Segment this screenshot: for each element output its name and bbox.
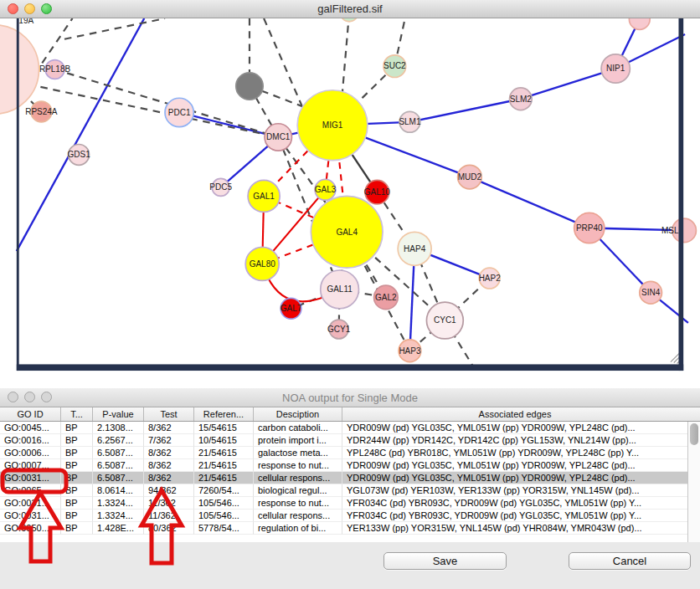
network-edge[interactable]: [42, 18, 72, 63]
table-row[interactable]: GO:0045...BP2.1308...8/36215/54615carbon…: [0, 422, 687, 434]
scrollbar-thumb[interactable]: [690, 423, 698, 445]
table-cell[interactable]: 2.1308...: [93, 422, 144, 434]
column-header-p-value[interactable]: P-value: [93, 407, 144, 421]
table-row[interactable]: GO:0031...BP1.3324...11/362105/546...res…: [0, 497, 687, 510]
table-cell[interactable]: 21/54615: [194, 459, 254, 472]
table-cell[interactable]: galactose meta...: [254, 447, 342, 459]
column-header-desciption[interactable]: Desciption: [254, 407, 342, 421]
column-header-referen-[interactable]: Referen...: [194, 407, 254, 421]
table-cell[interactable]: BP: [61, 447, 93, 459]
table-cell[interactable]: YDR009W (pd) YGL035C, YML051W (pp) YDR00…: [342, 459, 687, 472]
table-cell[interactable]: 5778/54...: [194, 522, 254, 535]
table-cell[interactable]: GO:0065...: [0, 484, 61, 497]
table-cell[interactable]: BP: [61, 459, 93, 472]
table-cell[interactable]: BP: [61, 484, 93, 497]
table-row[interactable]: GO:0016...BP6.2567...7/36210/54615protei…: [0, 434, 687, 447]
network-node-big-left[interactable]: [0, 25, 39, 115]
table-cell[interactable]: GO:0045...: [0, 422, 61, 434]
table-cell[interactable]: YPL248C (pd) YBR018C, YML051W (pp) YDR00…: [342, 447, 687, 459]
table-cell[interactable]: 8/362: [144, 472, 194, 484]
table-cell[interactable]: BP: [61, 522, 93, 535]
network-edge[interactable]: [470, 177, 589, 228]
network-node-unnamed-gray[interactable]: [236, 73, 263, 100]
table-cell[interactable]: BP: [61, 510, 93, 522]
table-cell[interactable]: 11/362: [144, 497, 194, 510]
node-label-prp40: PRP40: [576, 223, 603, 233]
table-cell[interactable]: 94/362: [144, 484, 194, 497]
table-cell[interactable]: 8/362: [144, 459, 194, 472]
column-header-go-id[interactable]: GO ID: [0, 407, 61, 421]
button-bar: Save Cancel: [0, 542, 700, 589]
table-cell[interactable]: 7260/54...: [194, 484, 254, 497]
table-cell[interactable]: 6.2567...: [93, 434, 144, 447]
table-cell[interactable]: 1.3324...: [93, 510, 144, 522]
table-cell[interactable]: 10/54615: [194, 434, 254, 447]
vertical-scrollbar[interactable]: [687, 422, 700, 542]
table-row[interactable]: GO:0006...BP6.5087...8/36221/54615galact…: [0, 447, 687, 459]
table-cell[interactable]: biological regul...: [254, 484, 342, 497]
table-cell[interactable]: 1.428E...: [93, 522, 144, 535]
network-window-titlebar[interactable]: galFiltered.sif: [0, 0, 700, 18]
table-cell[interactable]: GO:0007...: [0, 459, 61, 472]
cancel-button[interactable]: Cancel: [569, 552, 691, 570]
network-node-cut-green-top[interactable]: [341, 18, 358, 22]
table-cell[interactable]: YFR034C (pd) YBR093C, YDR009W (pd) YGL03…: [342, 510, 687, 522]
node-label-gal3: GAL3: [315, 185, 337, 194]
table-cell[interactable]: protein import i...: [254, 434, 342, 447]
table-cell[interactable]: cellular respons...: [254, 510, 342, 522]
table-cell[interactable]: GO:0050...: [0, 522, 61, 535]
network-edge[interactable]: [64, 18, 165, 39]
column-header-associated-edges[interactable]: Associated edges: [342, 407, 687, 421]
table-cell[interactable]: 7/362: [144, 434, 194, 447]
table-cell[interactable]: 8.0614...: [93, 484, 144, 497]
table-cell[interactable]: YGL073W (pd) YER103W, YER133W (pp) YOR31…: [342, 484, 687, 497]
table-cell[interactable]: 8/362: [144, 422, 194, 434]
table-cell[interactable]: 6.5087...: [93, 459, 144, 472]
table-cell[interactable]: YDR244W (pp) YDR142C, YDR142C (pp) YGL15…: [342, 434, 687, 447]
network-edge[interactable]: [342, 18, 349, 96]
table-cell[interactable]: 21/54615: [194, 447, 254, 459]
column-header-test[interactable]: Test: [144, 407, 194, 421]
table-cell[interactable]: YER133W (pp) YOR315W, YNL145W (pd) YHR08…: [342, 522, 687, 535]
table-cell[interactable]: 8/362: [144, 447, 194, 459]
network-node-cut-pink-top[interactable]: [629, 18, 650, 29]
table-cell[interactable]: 105/546...: [194, 497, 254, 510]
table-row[interactable]: GO:0050...BP1.428E...80/3625778/54...reg…: [0, 522, 687, 535]
table-cell[interactable]: 15/54615: [194, 422, 254, 434]
table-cell[interactable]: 6.5087...: [93, 447, 144, 459]
table-row[interactable]: GO:0031...BP6.5087...8/36221/54615cellul…: [0, 472, 687, 484]
table-cell[interactable]: 80/362: [144, 522, 194, 535]
table-cell[interactable]: 6.5087...: [93, 472, 144, 484]
table-row[interactable]: GO:0065...BP8.0614...94/3627260/54...bio…: [0, 484, 687, 497]
node-label-rps24a: RPS24A: [25, 107, 58, 116]
table-cell[interactable]: BP: [61, 472, 93, 484]
table-cell[interactable]: BP: [61, 497, 93, 510]
table-cell[interactable]: YDR009W (pd) YGL035C, YML051W (pp) YDR00…: [342, 472, 687, 484]
table-cell[interactable]: YDR009W (pd) YGL035C, YML051W (pp) YDR00…: [342, 422, 687, 434]
table-cell[interactable]: 21/54615: [194, 472, 254, 484]
column-header-t-[interactable]: T...: [61, 407, 93, 421]
table-cell[interactable]: GO:0006...: [0, 447, 61, 459]
table-cell[interactable]: GO:0031...: [0, 510, 61, 522]
table-row[interactable]: GO:0031...BP1.3324...11/362105/546...cel…: [0, 510, 687, 522]
results-table[interactable]: GO:0045...BP2.1308...8/36215/54615carbon…: [0, 422, 687, 542]
table-cell[interactable]: regulation of bi...: [254, 522, 342, 535]
table-cell[interactable]: response to nut...: [254, 497, 342, 510]
save-button[interactable]: Save: [383, 552, 507, 570]
table-cell[interactable]: BP: [61, 434, 93, 447]
table-cell[interactable]: 105/546...: [194, 510, 254, 522]
network-edge[interactable]: [409, 99, 520, 122]
table-cell[interactable]: 1.3324...: [93, 497, 144, 510]
table-cell[interactable]: response to nut...: [254, 459, 342, 472]
table-cell[interactable]: carbon cataboli...: [254, 422, 342, 434]
noa-window-titlebar[interactable]: NOA output for Single Mode: [0, 388, 700, 407]
table-row[interactable]: GO:0007...BP6.5087...8/36221/54615respon…: [0, 459, 687, 472]
table-cell[interactable]: YFR034C (pd) YBR093C, YDR009W (pd) YGL03…: [342, 497, 687, 510]
network-canvas[interactable]: 19ARPL18BRPS24AGDS1PDC1DMC1MIG1SUC2SLM1S…: [0, 18, 700, 388]
table-cell[interactable]: 11/362: [144, 510, 194, 522]
table-cell[interactable]: BP: [61, 422, 93, 434]
table-cell[interactable]: GO:0031...: [0, 472, 61, 484]
table-cell[interactable]: cellular respons...: [254, 472, 342, 484]
table-cell[interactable]: GO:0016...: [0, 434, 61, 447]
table-cell[interactable]: GO:0031...: [0, 497, 61, 510]
